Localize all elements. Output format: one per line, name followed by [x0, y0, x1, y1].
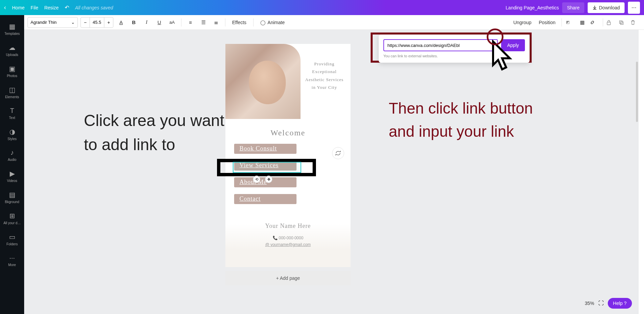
sidebar-item-elements[interactable]: ◫Elements: [0, 82, 24, 104]
checkerboard-button[interactable]: ▦: [577, 17, 587, 28]
case-button[interactable]: aA: [167, 17, 177, 28]
transparency-icon: [565, 20, 571, 25]
welcome-heading[interactable]: Welcome: [225, 128, 351, 137]
text-color-button[interactable]: A: [116, 17, 126, 28]
sidebar-item-designs[interactable]: ⊞All your d…: [0, 208, 24, 230]
sidebar-item-folders[interactable]: ▭Folders: [0, 230, 24, 251]
annotation-text-left: Click area you want to add link to: [84, 109, 238, 157]
audio-icon: ♪: [0, 149, 24, 156]
font-size-increase[interactable]: +: [104, 17, 113, 28]
sidebar-item-uploads[interactable]: ☁Uploads: [0, 40, 24, 61]
name-text[interactable]: Your Name Here: [225, 223, 351, 230]
annotation-text-right: Then click link button and input your li…: [389, 97, 550, 143]
delete-button[interactable]: [631, 17, 641, 28]
elements-icon: ◫: [0, 86, 24, 94]
top-bar: ‹ Home File Resize ↶ All changes saved L…: [0, 0, 644, 15]
zoom-value[interactable]: 35%: [585, 301, 594, 306]
svg-rect-3: [621, 22, 623, 24]
spacing-button[interactable]: ≣: [211, 17, 221, 28]
font-size-group: − +: [80, 17, 113, 28]
link-item-book[interactable]: Book Consult: [234, 144, 301, 154]
more-icon: ···: [0, 254, 24, 262]
separator: [225, 18, 225, 26]
link-item-contact[interactable]: Contact: [234, 194, 301, 205]
sidebar-item-videos[interactable]: ▶Videos: [0, 166, 24, 187]
photos-icon: ▣: [0, 65, 24, 73]
download-label: Download: [599, 5, 620, 10]
link-popover: Apply You can link to external websites.: [379, 35, 530, 63]
transparency-button[interactable]: [565, 17, 575, 28]
font-size-input[interactable]: [90, 17, 104, 28]
separator: [561, 18, 562, 26]
rotate-handle[interactable]: ⟲: [253, 176, 260, 183]
sync-button[interactable]: [332, 147, 344, 159]
bold-button[interactable]: B: [129, 17, 139, 28]
more-button[interactable]: ···: [628, 2, 640, 14]
context-toolbar: Agrandir Thin ⌄ − + A B I U aA ≡ ☰ ≣ Eff…: [24, 15, 644, 30]
sidebar-item-text[interactable]: TText: [0, 104, 24, 124]
link-button[interactable]: [589, 17, 599, 28]
lock-icon: [606, 20, 611, 25]
styles-icon: ◑: [0, 128, 24, 136]
design-page[interactable]: Providing Exceptional Aesthetic Services…: [225, 44, 351, 267]
font-size-decrease[interactable]: −: [80, 17, 90, 28]
folders-icon: ▭: [0, 233, 24, 241]
phone-text[interactable]: 📞 000·000·0000: [225, 236, 351, 240]
list-button[interactable]: ☰: [198, 17, 208, 28]
help-button[interactable]: Help ?: [608, 298, 632, 309]
zoom-controls: 35% ⛶ Help ?: [585, 298, 632, 309]
sidebar-item-photos[interactable]: ▣Photos: [0, 61, 24, 82]
background-icon: ▤: [0, 191, 24, 199]
resize-menu[interactable]: Resize: [44, 5, 59, 10]
link-icon: [589, 19, 595, 25]
home-link[interactable]: Home: [12, 5, 24, 10]
animate-icon: ◯: [260, 20, 266, 25]
duplicate-button[interactable]: [619, 17, 629, 28]
font-select[interactable]: Agrandir Thin ⌄: [28, 17, 78, 28]
svg-rect-2: [620, 21, 622, 23]
underline-button[interactable]: U: [154, 17, 164, 28]
hero-photo[interactable]: [225, 44, 301, 119]
separator: [253, 18, 254, 26]
share-button[interactable]: Share: [562, 2, 584, 13]
sidebar-item-more[interactable]: ···More: [0, 251, 24, 271]
save-status: All changes saved: [75, 5, 113, 10]
element-selection-outline: [233, 162, 301, 173]
lock-button[interactable]: [606, 17, 616, 28]
link-url-input[interactable]: [383, 39, 498, 51]
animate-button[interactable]: ◯ Animate: [258, 17, 287, 28]
email-text[interactable]: @ yourname@gmail.com: [225, 242, 351, 247]
chevron-down-icon: ⌄: [71, 20, 75, 25]
add-page-button[interactable]: + Add page: [225, 271, 351, 285]
text-icon: T: [0, 107, 24, 115]
sidebar-item-styles[interactable]: ◑Styles: [0, 124, 24, 145]
effects-button[interactable]: Effects: [229, 17, 249, 28]
file-menu[interactable]: File: [31, 5, 38, 10]
sidebar-item-audio[interactable]: ♪Audio: [0, 145, 24, 166]
scrollbar-thumb[interactable]: [636, 62, 638, 122]
videos-icon: ▶: [0, 170, 24, 178]
link-hint-text: You can link to external websites.: [383, 54, 525, 58]
tagline-text[interactable]: Providing Exceptional Aesthetic Services…: [303, 60, 346, 91]
trash-icon: [631, 20, 635, 25]
sidebar-item-background[interactable]: ▤Bkground: [0, 187, 24, 208]
apply-link-button[interactable]: Apply: [501, 39, 525, 51]
templates-icon: ▦: [0, 22, 24, 30]
canvas-area[interactable]: Providing Exceptional Aesthetic Services…: [24, 30, 639, 314]
back-chevron-icon[interactable]: ‹: [4, 4, 6, 11]
italic-button[interactable]: I: [142, 17, 152, 28]
move-handle[interactable]: ✥: [265, 176, 272, 183]
sidebar-item-templates[interactable]: ▦Templates: [0, 19, 24, 40]
separator: [603, 18, 603, 26]
sync-icon: [335, 150, 341, 156]
align-button[interactable]: ≡: [185, 17, 196, 28]
font-name: Agrandir Thin: [31, 20, 57, 25]
download-icon: [592, 5, 597, 10]
ungroup-button[interactable]: Ungroup: [511, 17, 534, 28]
document-name[interactable]: Landing Page_Aesthetics: [506, 5, 559, 10]
download-button[interactable]: Download: [588, 2, 625, 13]
page-footer: Your Name Here 📞 000·000·0000 @ yourname…: [225, 223, 351, 247]
position-button[interactable]: Position: [536, 17, 558, 28]
fullscreen-button[interactable]: ⛶: [598, 300, 604, 306]
undo-icon[interactable]: ↶: [65, 4, 69, 11]
